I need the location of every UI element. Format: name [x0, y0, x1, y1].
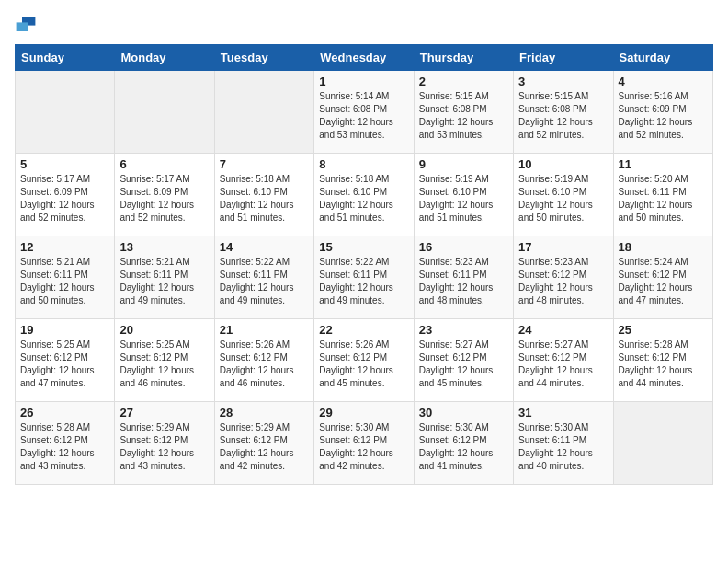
page-header: [15, 15, 713, 33]
day-info: Sunrise: 5:19 AM Sunset: 6:10 PM Dayligh…: [518, 173, 608, 224]
calendar-cell: 2Sunrise: 5:15 AM Sunset: 6:08 PM Daylig…: [414, 71, 513, 154]
weekday-header: Wednesday: [314, 45, 414, 71]
day-number: 21: [220, 323, 309, 337]
day-info: Sunrise: 5:28 AM Sunset: 6:12 PM Dayligh…: [20, 421, 109, 473]
day-info: Sunrise: 5:26 AM Sunset: 6:12 PM Dayligh…: [319, 339, 408, 390]
calendar-cell: 18Sunrise: 5:24 AM Sunset: 6:12 PM Dayli…: [613, 236, 712, 319]
calendar-cell: 20Sunrise: 5:25 AM Sunset: 6:12 PM Dayli…: [115, 319, 214, 402]
logo: [15, 15, 40, 33]
calendar-cell: 22Sunrise: 5:26 AM Sunset: 6:12 PM Dayli…: [314, 319, 414, 402]
day-info: Sunrise: 5:23 AM Sunset: 6:11 PM Dayligh…: [419, 256, 508, 307]
day-number: 3: [518, 75, 608, 88]
day-number: 24: [518, 323, 608, 337]
calendar-cell: 26Sunrise: 5:28 AM Sunset: 6:12 PM Dayli…: [16, 402, 115, 485]
calendar-cell: 31Sunrise: 5:30 AM Sunset: 6:11 PM Dayli…: [514, 402, 613, 485]
day-info: Sunrise: 5:14 AM Sunset: 6:08 PM Dayligh…: [319, 90, 408, 142]
logo-icon: [15, 15, 37, 33]
day-number: 22: [319, 323, 408, 337]
day-number: 19: [20, 323, 109, 337]
day-number: 26: [20, 406, 109, 419]
calendar-cell: 8Sunrise: 5:18 AM Sunset: 6:10 PM Daylig…: [314, 154, 414, 236]
weekday-header: Monday: [115, 45, 214, 71]
calendar-cell: 19Sunrise: 5:25 AM Sunset: 6:12 PM Dayli…: [16, 319, 115, 402]
day-info: Sunrise: 5:16 AM Sunset: 6:09 PM Dayligh…: [619, 90, 708, 142]
calendar-cell: [115, 71, 214, 154]
weekday-header: Thursday: [414, 45, 513, 71]
weekday-header-row: SundayMondayTuesdayWednesdayThursdayFrid…: [16, 45, 713, 71]
calendar-cell: 30Sunrise: 5:30 AM Sunset: 6:12 PM Dayli…: [414, 402, 513, 485]
day-info: Sunrise: 5:29 AM Sunset: 6:12 PM Dayligh…: [119, 421, 209, 473]
calendar-cell: 13Sunrise: 5:21 AM Sunset: 6:11 PM Dayli…: [115, 236, 214, 319]
calendar-cell: 14Sunrise: 5:22 AM Sunset: 6:11 PM Dayli…: [214, 236, 313, 319]
calendar-cell: 23Sunrise: 5:27 AM Sunset: 6:12 PM Dayli…: [414, 319, 513, 402]
day-number: 1: [319, 75, 408, 88]
calendar-cell: 10Sunrise: 5:19 AM Sunset: 6:10 PM Dayli…: [514, 154, 613, 236]
day-number: 2: [419, 75, 508, 88]
day-number: 23: [419, 323, 508, 337]
calendar-cell: [613, 402, 712, 485]
day-info: Sunrise: 5:26 AM Sunset: 6:12 PM Dayligh…: [220, 339, 309, 390]
day-number: 28: [220, 406, 309, 419]
day-info: Sunrise: 5:21 AM Sunset: 6:11 PM Dayligh…: [119, 256, 209, 307]
calendar-cell: 27Sunrise: 5:29 AM Sunset: 6:12 PM Dayli…: [115, 402, 214, 485]
day-number: 7: [220, 157, 309, 171]
calendar-cell: 28Sunrise: 5:29 AM Sunset: 6:12 PM Dayli…: [214, 402, 313, 485]
calendar-cell: 17Sunrise: 5:23 AM Sunset: 6:12 PM Dayli…: [514, 236, 613, 319]
day-info: Sunrise: 5:20 AM Sunset: 6:11 PM Dayligh…: [619, 173, 708, 224]
calendar-cell: 3Sunrise: 5:15 AM Sunset: 6:08 PM Daylig…: [514, 71, 613, 154]
day-info: Sunrise: 5:19 AM Sunset: 6:10 PM Dayligh…: [419, 173, 508, 224]
day-number: 4: [619, 75, 708, 88]
svg-marker-1: [17, 22, 28, 31]
calendar-cell: [16, 71, 115, 154]
day-number: 13: [119, 240, 209, 254]
calendar-week-row: 19Sunrise: 5:25 AM Sunset: 6:12 PM Dayli…: [16, 319, 713, 402]
calendar-cell: 1Sunrise: 5:14 AM Sunset: 6:08 PM Daylig…: [314, 71, 414, 154]
day-info: Sunrise: 5:27 AM Sunset: 6:12 PM Dayligh…: [518, 339, 608, 390]
day-info: Sunrise: 5:21 AM Sunset: 6:11 PM Dayligh…: [20, 256, 109, 307]
day-number: 18: [619, 240, 708, 254]
calendar-week-row: 1Sunrise: 5:14 AM Sunset: 6:08 PM Daylig…: [16, 71, 713, 154]
day-number: 8: [319, 157, 408, 171]
day-number: 5: [20, 157, 109, 171]
day-info: Sunrise: 5:22 AM Sunset: 6:11 PM Dayligh…: [319, 256, 408, 307]
day-number: 9: [419, 157, 508, 171]
day-number: 25: [619, 323, 708, 337]
day-info: Sunrise: 5:25 AM Sunset: 6:12 PM Dayligh…: [20, 339, 109, 390]
day-info: Sunrise: 5:30 AM Sunset: 6:12 PM Dayligh…: [319, 421, 408, 473]
calendar-cell: 29Sunrise: 5:30 AM Sunset: 6:12 PM Dayli…: [314, 402, 414, 485]
day-info: Sunrise: 5:22 AM Sunset: 6:11 PM Dayligh…: [220, 256, 309, 307]
calendar-cell: 5Sunrise: 5:17 AM Sunset: 6:09 PM Daylig…: [16, 154, 115, 236]
day-info: Sunrise: 5:15 AM Sunset: 6:08 PM Dayligh…: [518, 90, 608, 142]
calendar-cell: 12Sunrise: 5:21 AM Sunset: 6:11 PM Dayli…: [16, 236, 115, 319]
day-number: 10: [518, 157, 608, 171]
day-info: Sunrise: 5:30 AM Sunset: 6:11 PM Dayligh…: [518, 421, 608, 473]
calendar-cell: 11Sunrise: 5:20 AM Sunset: 6:11 PM Dayli…: [613, 154, 712, 236]
day-number: 29: [319, 406, 408, 419]
day-number: 17: [518, 240, 608, 254]
day-number: 20: [119, 323, 209, 337]
weekday-header: Tuesday: [214, 45, 313, 71]
calendar-cell: [214, 71, 313, 154]
calendar-cell: 24Sunrise: 5:27 AM Sunset: 6:12 PM Dayli…: [514, 319, 613, 402]
day-info: Sunrise: 5:30 AM Sunset: 6:12 PM Dayligh…: [419, 421, 508, 473]
calendar: SundayMondayTuesdayWednesdayThursdayFrid…: [15, 44, 713, 485]
calendar-cell: 4Sunrise: 5:16 AM Sunset: 6:09 PM Daylig…: [613, 71, 712, 154]
calendar-cell: 15Sunrise: 5:22 AM Sunset: 6:11 PM Dayli…: [314, 236, 414, 319]
calendar-cell: 7Sunrise: 5:18 AM Sunset: 6:10 PM Daylig…: [214, 154, 313, 236]
day-info: Sunrise: 5:17 AM Sunset: 6:09 PM Dayligh…: [20, 173, 109, 224]
day-number: 14: [220, 240, 309, 254]
day-number: 16: [419, 240, 508, 254]
weekday-header: Friday: [514, 45, 613, 71]
day-info: Sunrise: 5:17 AM Sunset: 6:09 PM Dayligh…: [119, 173, 209, 224]
calendar-cell: 21Sunrise: 5:26 AM Sunset: 6:12 PM Dayli…: [214, 319, 313, 402]
day-number: 12: [20, 240, 109, 254]
day-info: Sunrise: 5:29 AM Sunset: 6:12 PM Dayligh…: [220, 421, 309, 473]
day-number: 15: [319, 240, 408, 254]
calendar-cell: 6Sunrise: 5:17 AM Sunset: 6:09 PM Daylig…: [115, 154, 214, 236]
day-number: 27: [119, 406, 209, 419]
calendar-week-row: 26Sunrise: 5:28 AM Sunset: 6:12 PM Dayli…: [16, 402, 713, 485]
day-info: Sunrise: 5:28 AM Sunset: 6:12 PM Dayligh…: [619, 339, 708, 390]
day-number: 6: [119, 157, 209, 171]
calendar-cell: 25Sunrise: 5:28 AM Sunset: 6:12 PM Dayli…: [613, 319, 712, 402]
day-info: Sunrise: 5:27 AM Sunset: 6:12 PM Dayligh…: [419, 339, 508, 390]
